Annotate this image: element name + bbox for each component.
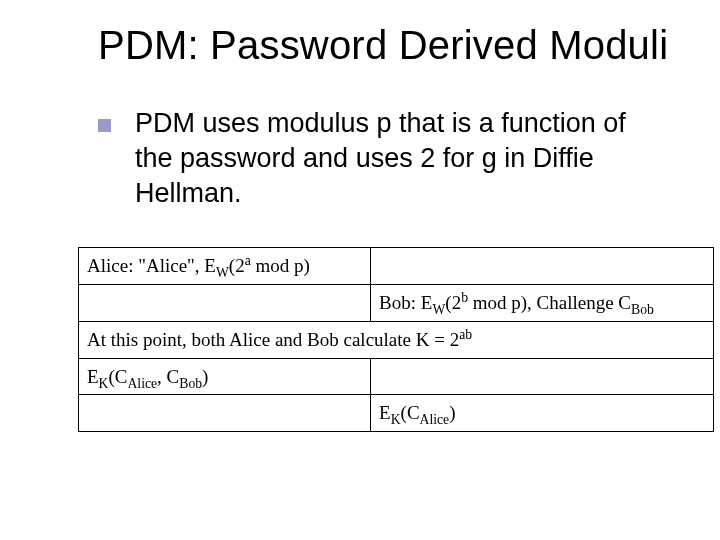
cell-alice-msg1: Alice: "Alice", EW(2a mod p) xyxy=(79,248,371,285)
protocol-table: Alice: "Alice", EW(2a mod p) Bob: EW(2b … xyxy=(78,247,714,432)
bullet-item: PDM uses modulus p that is a function of… xyxy=(98,106,662,211)
cell-key-derivation: At this point, both Alice and Bob calcul… xyxy=(79,321,714,358)
table-row: EK(CAlice, CBob) xyxy=(79,358,714,395)
bullet-text: PDM uses modulus p that is a function of… xyxy=(135,106,662,211)
table-row: At this point, both Alice and Bob calcul… xyxy=(79,321,714,358)
slide-title: PDM: Password Derived Moduli xyxy=(98,22,682,68)
table-row: EK(CAlice) xyxy=(79,395,714,432)
slide: PDM: Password Derived Moduli PDM uses mo… xyxy=(0,0,720,540)
cell-empty xyxy=(371,248,714,285)
cell-empty xyxy=(371,358,714,395)
table-row: Alice: "Alice", EW(2a mod p) xyxy=(79,248,714,285)
table-row: Bob: EW(2b mod p), Challenge CBob xyxy=(79,285,714,322)
cell-empty xyxy=(79,395,371,432)
cell-empty xyxy=(79,285,371,322)
square-bullet-icon xyxy=(98,119,111,132)
cell-bob-msg2: EK(CAlice) xyxy=(371,395,714,432)
cell-bob-msg1: Bob: EW(2b mod p), Challenge CBob xyxy=(371,285,714,322)
cell-alice-msg2: EK(CAlice, CBob) xyxy=(79,358,371,395)
